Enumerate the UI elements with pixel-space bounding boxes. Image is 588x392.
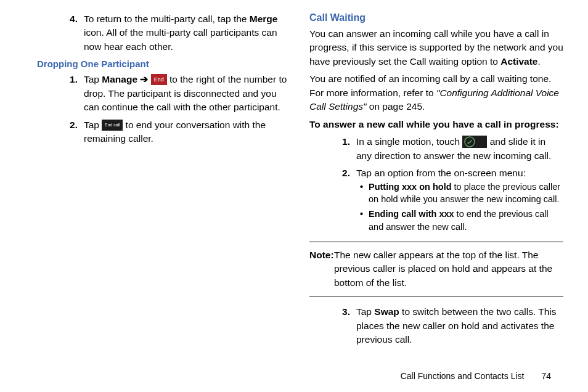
note-text: The new caller appears at the top of the… xyxy=(309,248,563,290)
note-block: Note: The new caller appears at the top … xyxy=(309,242,563,296)
bullet-put-hold: Putting xxx on hold to place the previou… xyxy=(369,181,563,206)
text: Tap an option from the on-screen menu: xyxy=(356,168,526,178)
merge-label: Merge xyxy=(250,14,278,24)
answer-slider-icon xyxy=(462,136,487,148)
text: Putting xxx on hold xyxy=(369,182,452,192)
bullet-end-call: Ending call with xxx to end the previous… xyxy=(369,208,563,233)
page-number: 74 xyxy=(541,371,551,381)
note-label: Note: xyxy=(309,248,334,262)
answer-step2: Tap an option from the on-screen menu: •… xyxy=(356,166,563,235)
text: Tap xyxy=(84,120,102,130)
text: on page 245. xyxy=(367,101,425,112)
text: Ending call with xxx xyxy=(369,209,454,219)
list-number: 4. xyxy=(60,12,84,54)
drop-step2: Tap End call to end your conversation wi… xyxy=(84,118,291,146)
list-number: 2. xyxy=(333,166,356,235)
step4-text: To return to the multi-party call, tap t… xyxy=(84,12,291,54)
answer-step3: Tap Swap to switch between the two calls… xyxy=(356,305,563,346)
arrow-icon: ➔ xyxy=(137,74,151,84)
text: To return to the multi-party call, tap t… xyxy=(84,14,250,24)
answer-step1: In a single motion, touch and slide it i… xyxy=(356,135,563,163)
list-number: 3. xyxy=(333,305,356,346)
text: Tap xyxy=(84,74,102,84)
page-footer: Call Functions and Contacts List74 xyxy=(401,371,551,381)
section-title: Call Functions and Contacts List xyxy=(401,371,525,381)
drop-step1: Tap Manage ➔ End to the right of the num… xyxy=(84,73,291,114)
callwaiting-p1: You can answer an incoming call while yo… xyxy=(309,27,563,68)
text: . xyxy=(538,56,541,67)
text: icon. All of the multi-party call partic… xyxy=(84,27,277,51)
heading-drop-participant: Dropping One Participant xyxy=(37,59,291,69)
bullet-icon: • xyxy=(360,208,369,233)
text: The new caller appears at the top of the… xyxy=(334,248,563,290)
list-number: 2. xyxy=(60,118,84,146)
heading-answer-new: To answer a new call while you have a ca… xyxy=(309,118,563,131)
bullet-icon: • xyxy=(360,181,369,206)
text: In a single motion, touch xyxy=(356,136,462,147)
activate-label: Activate xyxy=(500,56,537,67)
end-icon: End xyxy=(151,74,167,85)
swap-label: Swap xyxy=(374,306,399,317)
list-number: 1. xyxy=(60,73,84,114)
list-number: 1. xyxy=(333,135,356,163)
text: Tap xyxy=(356,306,374,317)
callwaiting-p2: You are notified of an incoming call by … xyxy=(309,72,563,113)
heading-call-waiting: Call Waiting xyxy=(309,12,563,23)
manage-label: Manage xyxy=(102,74,137,84)
end-call-icon: End call xyxy=(102,120,123,131)
